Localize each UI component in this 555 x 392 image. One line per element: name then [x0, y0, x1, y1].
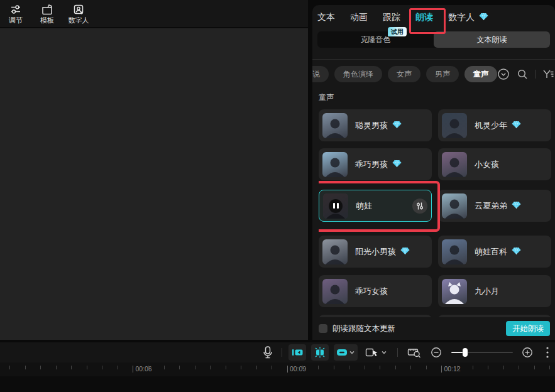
voice-card-乖巧女孩[interactable]: 乖巧女孩 — [319, 275, 432, 307]
ruler-tick — [365, 366, 365, 369]
ruler-tick — [210, 366, 211, 369]
chevron-down-icon — [381, 350, 387, 355]
ruler-tick — [503, 366, 504, 369]
voice-name: 云夏弟弟 — [475, 200, 507, 212]
voice-card-grid: 聪灵男孩机灵少年乖巧男孩小女孩萌娃云夏弟弟阳光小男孩萌娃百科乖巧女孩九小月 — [319, 109, 551, 318]
tab-digital-human-label: 数字人 — [448, 12, 475, 23]
auto-snap-toggle[interactable] — [288, 344, 306, 361]
voice-card-小女孩[interactable]: 小女孩 — [438, 148, 551, 180]
video-preview-area[interactable] — [0, 28, 308, 340]
zoom-in-button[interactable] — [522, 347, 533, 358]
diamond-icon — [512, 201, 521, 211]
voice-name: 小女孩 — [475, 159, 499, 170]
filter-icon[interactable] — [542, 69, 555, 79]
text-to-speech-subtab[interactable]: 文本朗读 — [434, 31, 550, 48]
voice-card-云夏弟弟[interactable]: 云夏弟弟 — [438, 190, 551, 222]
trial-badge: 试用 — [388, 27, 407, 36]
ruler-tick — [519, 366, 519, 369]
ruler-tick — [226, 366, 226, 369]
voice-name: 九小月 — [475, 286, 499, 297]
voice-avatar — [322, 279, 348, 304]
preview-axis-toggle[interactable] — [311, 344, 329, 361]
timeline-tracks-area[interactable] — [0, 376, 555, 392]
voice-name: 萌娃 — [356, 200, 372, 212]
divider — [282, 348, 282, 357]
timeline-fit-icon[interactable] — [407, 347, 421, 358]
voice-avatar — [323, 193, 348, 219]
digital-human-icon — [72, 3, 85, 16]
zoom-out-button[interactable] — [431, 347, 442, 358]
zoom-slider[interactable] — [451, 348, 513, 357]
ruler-tick — [302, 366, 303, 369]
voice-name: 阳光小男孩 — [355, 246, 396, 258]
digital-human-tool-button[interactable]: 数字人 — [64, 3, 93, 24]
select-tool[interactable] — [365, 347, 387, 358]
filter-chip-3[interactable]: 男声 — [426, 66, 459, 82]
voice-avatar — [442, 193, 467, 219]
voice-card-九小月[interactable]: 九小月 — [438, 275, 551, 307]
more-menu-icon[interactable] — [546, 346, 549, 359]
voice-avatar — [322, 152, 348, 177]
ruler-tick — [287, 366, 288, 373]
ruler-tick — [118, 366, 118, 369]
adjust-tool-button[interactable]: 调节 — [1, 3, 30, 24]
diamond-icon — [512, 121, 521, 131]
tab-tracking[interactable]: 跟踪 — [383, 12, 400, 23]
zoom-slider-thumb[interactable] — [463, 348, 468, 357]
mic-icon[interactable] — [261, 346, 274, 359]
voice-mode-segmented-control: 克隆音色 文本朗读 试用 — [317, 31, 550, 48]
ruler-tick — [241, 366, 241, 369]
tab-digital-human[interactable]: 数字人 — [448, 12, 488, 23]
panel-divider — [308, 0, 312, 340]
timeline-toolbar — [0, 342, 555, 362]
ruler-tick — [534, 366, 535, 369]
filter-chip-1[interactable]: 角色演绎 — [334, 66, 382, 82]
top-toolbar: 调节 模板 数字人 — [0, 0, 308, 27]
tab-read-aloud[interactable]: 朗读 — [415, 12, 433, 23]
voice-name: 机灵少年 — [475, 120, 507, 131]
template-label: 模板 — [40, 16, 54, 24]
template-tool-button[interactable]: 模板 — [33, 3, 62, 24]
tab-text[interactable]: 文本 — [317, 12, 335, 23]
ruler-tick — [441, 366, 442, 373]
ruler-tick — [549, 366, 550, 369]
ruler-tick — [87, 366, 87, 369]
voice-card-阳光小男孩[interactable]: 阳光小男孩 — [319, 236, 432, 268]
expand-circle-icon[interactable] — [497, 68, 510, 80]
zoom-slider-track — [468, 352, 513, 353]
ruler-tick — [133, 366, 133, 373]
filter-chip-2[interactable]: 女声 — [388, 66, 420, 82]
ruler-tick — [318, 366, 319, 369]
start-read-aloud-button[interactable]: 开始朗读 — [506, 321, 550, 336]
ruler-tick — [71, 366, 72, 369]
clone-voice-subtab[interactable]: 克隆音色 — [317, 31, 434, 48]
ruler-tick — [410, 366, 411, 369]
ruler-tick — [349, 366, 349, 369]
follow-text-checkbox[interactable] — [319, 324, 327, 333]
ruler-tick — [179, 366, 180, 369]
filter-chip-0[interactable]: 说 — [312, 66, 329, 82]
voice-card-萌娃百科[interactable]: 萌娃百科 — [438, 236, 551, 268]
ruler-tick — [195, 366, 195, 369]
adjust-icon — [9, 3, 22, 16]
follow-text-label: 朗读跟随文本更新 — [332, 324, 395, 334]
voice-card-机灵少年[interactable]: 机灵少年 — [438, 109, 551, 141]
pause-icon[interactable] — [329, 199, 343, 213]
ruler-tick — [457, 366, 458, 369]
voice-card-聪灵男孩[interactable]: 聪灵男孩 — [319, 109, 432, 141]
ruler-tick — [25, 366, 26, 369]
diamond-icon — [479, 13, 488, 23]
filter-chip-4[interactable]: 童声 — [464, 66, 497, 82]
chevron-down-icon — [349, 350, 355, 355]
diamond-icon — [512, 247, 521, 257]
voice-avatar — [442, 113, 467, 138]
timeline-ruler[interactable]: 00:0600:0900:12 — [0, 362, 555, 376]
digital-human-label: 数字人 — [69, 16, 89, 24]
link-toggle[interactable] — [334, 344, 358, 361]
voice-card-乖巧男孩[interactable]: 乖巧男孩 — [319, 148, 432, 180]
voice-card-萌娃[interactable]: 萌娃 — [319, 190, 432, 222]
ruler-tick — [272, 366, 272, 369]
search-icon[interactable] — [517, 68, 528, 80]
voice-params-button[interactable] — [412, 199, 427, 214]
tab-animation[interactable]: 动画 — [350, 12, 368, 23]
